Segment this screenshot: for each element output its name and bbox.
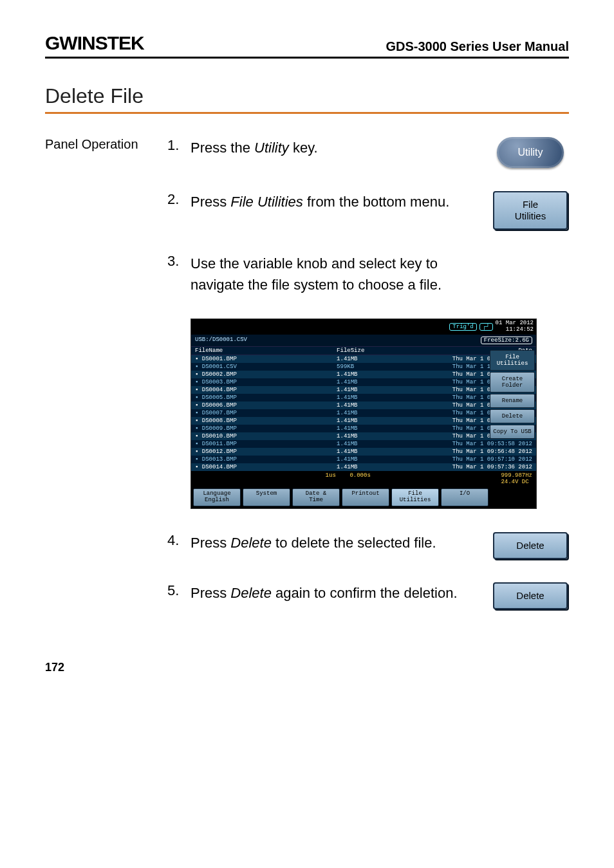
file-row[interactable]: ▪ DS0004.BMP1.41MBThu Mar 1 09:38:26 201… [191,386,536,394]
step-text-key: Utility [254,140,289,156]
step-text: Press File Utilities from the bottom men… [191,191,492,212]
file-row[interactable]: ▪ DS0003.BMP1.41MBThu Mar 1 09:36:20 201… [191,378,536,386]
step-text-pre: Press the [191,140,254,156]
status-freq: 999.987Hz [501,472,532,479]
side-copy-to-usb[interactable]: Copy To USB [490,425,535,439]
file-row[interactable]: ▪ DS0001.BMP1.41MBThu Mar 1 09:34:40 201… [191,355,536,363]
side-rename[interactable]: Rename [490,394,535,408]
status-timebase: 1us [326,472,336,479]
bottom-printout[interactable]: Printout [342,488,389,506]
step-text-pre: Press [191,194,230,210]
col-filesize: FileSize [337,347,404,354]
panel-operation-label: Panel Operation [45,137,167,152]
file-utilities-button[interactable]: File Utilities [493,191,568,230]
step-text-pre: Press [191,535,230,551]
col-filename: FileName [195,347,337,354]
file-path: USB:/DS0001.CSV [195,337,247,344]
page-number: 172 [45,661,569,674]
file-row[interactable]: ▪ DS0009.BMP1.41MBThu Mar 1 09:52:16 201… [191,425,536,432]
file-row[interactable]: ▪ DS0008.BMP1.41MBThu Mar 1 09:47:04 201… [191,417,536,425]
side-delete[interactable]: Delete [490,409,535,423]
step-text-post: again to confirm the deletion. [272,585,458,601]
bottom-language[interactable]: Language English [193,488,241,506]
step-5: 5. Press Delete again to confirm the del… [45,582,569,609]
step-text-key: Delete [230,535,272,551]
step-text-post: key. [289,140,318,156]
trig-status: Trig'd [449,323,476,331]
bottom-io[interactable]: I/O [441,488,488,506]
step-text-key: Delete [230,585,272,601]
manual-title: GDS-3000 Series User Manual [386,39,569,54]
file-row[interactable]: ▪ DS0013.BMP1.41MBThu Mar 1 09:57:10 201… [191,456,536,463]
scope-time: 11:24:52 [496,327,534,333]
step-number: 3. [167,253,191,270]
step-number: 4. [167,532,191,549]
step-text-pre: Press [191,585,230,601]
step-2: 2. Press File Utilities from the bottom … [45,191,569,230]
step-text: Press Delete again to confirm the deleti… [191,582,492,604]
status-position: 0.000s [349,472,370,479]
file-row[interactable]: ▪ DS0014.BMP1.41MBThu Mar 1 09:57:36 201… [191,463,536,471]
brand-logo: GWINSTEK [45,32,144,54]
status-mode: DC [522,479,529,485]
status-volt: 24.4V [501,479,518,485]
file-row[interactable]: ▪ DS0011.BMP1.41MBThu Mar 1 09:53:58 201… [191,440,536,448]
step-text-post: from the bottom menu. [303,194,449,210]
step-text: Press Delete to delete the selected file… [191,532,492,553]
file-row[interactable]: ▪ DS0001.CSV599KBThu Mar 1 11:17:06 2012 [191,363,536,371]
bottom-datetime-l2: Time [293,497,339,504]
file-row[interactable]: ▪ DS0007.BMP1.41MBThu Mar 1 09:46:16 201… [191,409,536,417]
page-header: GWINSTEK GDS-3000 Series User Manual [45,32,569,59]
trig-edge-icon: ┌┘ [479,323,493,331]
file-row[interactable]: ▪ DS0002.BMP1.41MBThu Mar 1 09:35:20 201… [191,371,536,378]
step-number: 5. [167,582,191,599]
step-text: Press the Utility key. [191,137,492,158]
free-size: FreeSize:2.6G [481,337,532,344]
file-row[interactable]: ▪ DS0012.BMP1.41MBThu Mar 1 09:56:48 201… [191,448,536,456]
bottom-language-l2: English [194,497,239,504]
step-text: Use the variable knob and select key to … [191,253,492,295]
step-1: Panel Operation 1. Press the Utility key… [45,137,569,168]
step-4: 4. Press Delete to delete the selected f… [45,532,569,559]
step-number: 2. [167,191,191,208]
step-number: 1. [167,137,191,154]
file-row[interactable]: ▪ DS0006.BMP1.41MBThu Mar 1 09:44:26 201… [191,402,536,409]
side-create-folder[interactable]: Create Folder [490,372,535,392]
bottom-file-utilities[interactable]: File Utilities [391,488,439,506]
section-title: Delete File [45,84,569,114]
side-head: File Utilities [490,350,535,371]
delete-button[interactable]: Delete [493,532,568,559]
file-row[interactable]: ▪ DS0010.BMP1.41MBThu Mar 1 09:52:42 201… [191,432,536,440]
step-3: 3. Use the variable knob and select key … [45,253,569,295]
delete-confirm-button[interactable]: Delete [493,582,568,609]
file-row[interactable]: ▪ DS0005.BMP1.41MBThu Mar 1 09:44:04 201… [191,394,536,402]
step-text-post: to delete the selected file. [272,535,436,551]
utility-key[interactable]: Utility [497,137,564,168]
bottom-system[interactable]: System [243,488,290,506]
bottom-file-utilities-l2: Utilities [393,497,438,504]
step-text-key: File Utilities [230,194,302,210]
bottom-datetime[interactable]: Date & Time [292,488,340,506]
oscilloscope-screenshot: Trig'd ┌┘ 01 Mar 2012 11:24:52 USB:/DS00… [191,319,537,509]
